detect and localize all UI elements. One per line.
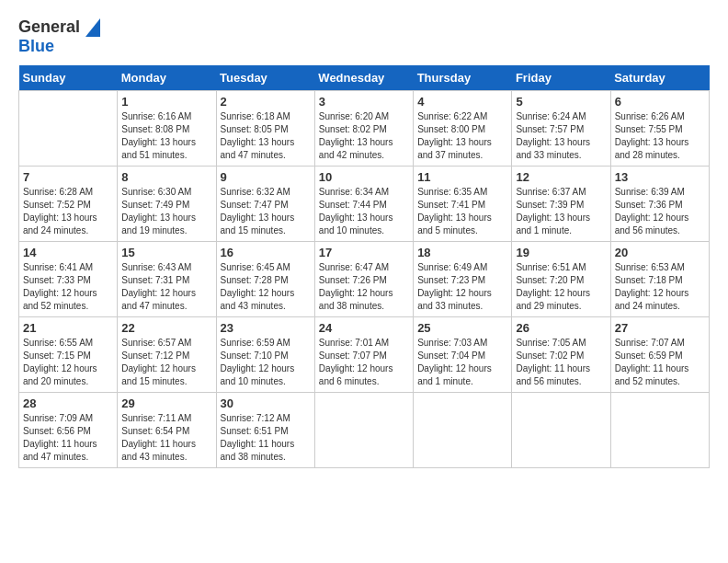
day-info: Sunrise: 6:20 AM Sunset: 8:02 PM Dayligh… [319,110,409,162]
day-info: Sunrise: 6:35 AM Sunset: 7:41 PM Dayligh… [417,186,507,237]
day-info: Sunrise: 6:26 AM Sunset: 7:55 PM Dayligh… [615,110,705,162]
weekday-header-monday: Monday [118,65,216,91]
calendar-cell: 2Sunrise: 6:18 AM Sunset: 8:05 PM Daylig… [216,91,314,167]
calendar-cell: 1Sunrise: 6:16 AM Sunset: 8:08 PM Daylig… [118,91,216,167]
day-number: 13 [615,170,705,184]
day-info: Sunrise: 6:55 AM Sunset: 7:15 PM Dayligh… [23,337,113,388]
calendar-cell: 5Sunrise: 6:24 AM Sunset: 7:57 PM Daylig… [512,91,610,167]
day-info: Sunrise: 6:45 AM Sunset: 7:28 PM Dayligh… [221,261,311,313]
day-number: 4 [417,95,507,109]
day-info: Sunrise: 6:22 AM Sunset: 8:00 PM Dayligh… [417,110,507,162]
logo: General Blue [18,18,100,56]
calendar-cell: 16Sunrise: 6:45 AM Sunset: 7:28 PM Dayli… [216,242,314,317]
day-info: Sunrise: 7:03 AM Sunset: 7:04 PM Dayligh… [417,337,507,388]
day-info: Sunrise: 6:51 AM Sunset: 7:20 PM Dayligh… [516,261,606,313]
calendar-cell: 28Sunrise: 7:09 AM Sunset: 6:56 PM Dayli… [19,393,118,468]
calendar-cell: 21Sunrise: 6:55 AM Sunset: 7:15 PM Dayli… [19,317,118,393]
day-info: Sunrise: 6:24 AM Sunset: 7:57 PM Dayligh… [516,110,606,162]
calendar-cell [512,393,610,468]
calendar-cell: 15Sunrise: 6:43 AM Sunset: 7:31 PM Dayli… [118,242,216,317]
weekday-header-sunday: Sunday [19,65,118,91]
svg-marker-0 [85,18,100,37]
calendar-cell [414,393,512,468]
logo-blue: Blue [18,37,54,56]
day-info: Sunrise: 6:37 AM Sunset: 7:39 PM Dayligh… [516,186,606,237]
day-number: 23 [221,321,311,335]
calendar-cell: 29Sunrise: 7:11 AM Sunset: 6:54 PM Dayli… [118,393,216,468]
calendar-cell [19,91,118,167]
day-number: 28 [23,396,113,410]
day-number: 1 [121,95,211,109]
day-number: 8 [121,170,211,184]
day-info: Sunrise: 7:11 AM Sunset: 6:54 PM Dayligh… [121,412,211,464]
day-number: 14 [23,246,113,259]
day-info: Sunrise: 7:01 AM Sunset: 7:07 PM Dayligh… [319,337,409,388]
day-number: 19 [516,246,606,259]
day-info: Sunrise: 6:53 AM Sunset: 7:18 PM Dayligh… [615,261,705,313]
calendar-header-row: SundayMondayTuesdayWednesdayThursdayFrid… [19,65,710,91]
calendar-cell: 27Sunrise: 7:07 AM Sunset: 6:59 PM Dayli… [610,317,709,393]
calendar-cell: 30Sunrise: 7:12 AM Sunset: 6:51 PM Dayli… [216,393,314,468]
day-number: 18 [417,246,507,259]
day-info: Sunrise: 6:28 AM Sunset: 7:52 PM Dayligh… [23,186,113,237]
calendar-table: SundayMondayTuesdayWednesdayThursdayFrid… [18,65,710,468]
calendar-cell: 20Sunrise: 6:53 AM Sunset: 7:18 PM Dayli… [610,242,709,317]
weekday-header-friday: Friday [512,65,610,91]
day-info: Sunrise: 6:30 AM Sunset: 7:49 PM Dayligh… [121,186,211,237]
weekday-header-tuesday: Tuesday [216,65,314,91]
calendar-cell: 6Sunrise: 6:26 AM Sunset: 7:55 PM Daylig… [610,91,709,167]
page-header: General Blue [18,18,710,56]
day-info: Sunrise: 6:49 AM Sunset: 7:23 PM Dayligh… [417,261,507,313]
day-info: Sunrise: 6:18 AM Sunset: 8:05 PM Dayligh… [221,110,311,162]
calendar-cell: 11Sunrise: 6:35 AM Sunset: 7:41 PM Dayli… [414,167,512,242]
calendar-cell: 18Sunrise: 6:49 AM Sunset: 7:23 PM Dayli… [414,242,512,317]
day-info: Sunrise: 7:12 AM Sunset: 6:51 PM Dayligh… [221,412,311,464]
day-number: 7 [23,170,113,184]
day-info: Sunrise: 6:34 AM Sunset: 7:44 PM Dayligh… [319,186,409,237]
day-number: 29 [121,396,211,410]
calendar-cell: 7Sunrise: 6:28 AM Sunset: 7:52 PM Daylig… [19,167,118,242]
day-number: 25 [417,321,507,335]
day-number: 10 [319,170,409,184]
calendar-week-4: 21Sunrise: 6:55 AM Sunset: 7:15 PM Dayli… [19,317,710,393]
calendar-cell: 9Sunrise: 6:32 AM Sunset: 7:47 PM Daylig… [216,167,314,242]
day-number: 17 [319,246,409,259]
calendar-cell: 26Sunrise: 7:05 AM Sunset: 7:02 PM Dayli… [512,317,610,393]
calendar-week-2: 7Sunrise: 6:28 AM Sunset: 7:52 PM Daylig… [19,167,710,242]
day-number: 16 [221,246,311,259]
weekday-header-thursday: Thursday [414,65,512,91]
weekday-header-wednesday: Wednesday [314,65,413,91]
logo-triangle-icon [85,18,100,37]
calendar-cell: 24Sunrise: 7:01 AM Sunset: 7:07 PM Dayli… [314,317,413,393]
day-number: 15 [121,246,211,259]
day-info: Sunrise: 7:09 AM Sunset: 6:56 PM Dayligh… [23,412,113,464]
day-info: Sunrise: 7:07 AM Sunset: 6:59 PM Dayligh… [615,337,705,388]
calendar-week-5: 28Sunrise: 7:09 AM Sunset: 6:56 PM Dayli… [19,393,710,468]
calendar-cell: 10Sunrise: 6:34 AM Sunset: 7:44 PM Dayli… [314,167,413,242]
day-info: Sunrise: 6:43 AM Sunset: 7:31 PM Dayligh… [121,261,211,313]
calendar-cell: 23Sunrise: 6:59 AM Sunset: 7:10 PM Dayli… [216,317,314,393]
day-number: 27 [615,321,705,335]
day-info: Sunrise: 6:41 AM Sunset: 7:33 PM Dayligh… [23,261,113,313]
calendar-week-1: 1Sunrise: 6:16 AM Sunset: 8:08 PM Daylig… [19,91,710,167]
logo-general: General [18,17,80,36]
day-info: Sunrise: 6:57 AM Sunset: 7:12 PM Dayligh… [121,337,211,388]
day-number: 11 [417,170,507,184]
day-info: Sunrise: 6:16 AM Sunset: 8:08 PM Dayligh… [121,110,211,162]
calendar-cell [314,393,413,468]
day-number: 12 [516,170,606,184]
weekday-header-saturday: Saturday [610,65,709,91]
calendar-cell [610,393,709,468]
calendar-cell: 12Sunrise: 6:37 AM Sunset: 7:39 PM Dayli… [512,167,610,242]
day-number: 20 [615,246,705,259]
day-info: Sunrise: 6:39 AM Sunset: 7:36 PM Dayligh… [615,186,705,237]
day-number: 9 [221,170,311,184]
day-info: Sunrise: 6:47 AM Sunset: 7:26 PM Dayligh… [319,261,409,313]
day-number: 24 [319,321,409,335]
day-number: 30 [221,396,311,410]
day-info: Sunrise: 7:05 AM Sunset: 7:02 PM Dayligh… [516,337,606,388]
day-number: 26 [516,321,606,335]
calendar-cell: 14Sunrise: 6:41 AM Sunset: 7:33 PM Dayli… [19,242,118,317]
day-info: Sunrise: 6:32 AM Sunset: 7:47 PM Dayligh… [221,186,311,237]
calendar-cell: 13Sunrise: 6:39 AM Sunset: 7:36 PM Dayli… [610,167,709,242]
